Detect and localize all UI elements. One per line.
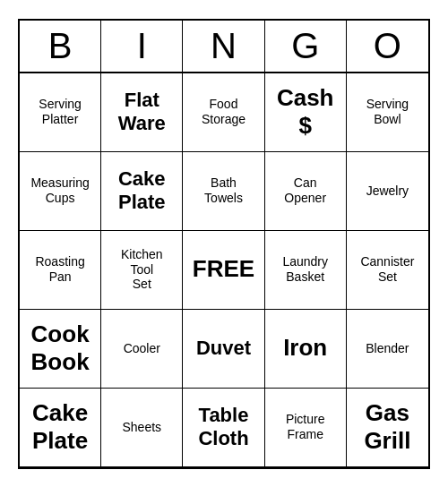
bingo-cell: Blender [347,310,428,389]
bingo-cell: CakePlate [20,389,101,467]
bingo-cell: CakePlate [101,152,183,231]
bingo-cell: GasGrill [347,389,428,467]
bingo-card: BINGO ServingPlatterFlatWareFoodStorageC… [18,19,430,469]
header-letter: O [347,21,428,72]
bingo-cell: RoastingPan [20,231,101,310]
header-letter: I [101,21,183,72]
bingo-cell: Sheets [101,389,183,467]
bingo-cell: Cash$ [265,73,347,152]
bingo-cell: KitchenToolSet [101,231,183,310]
bingo-cell: Iron [265,310,347,389]
bingo-cell: TableCloth [183,389,264,467]
bingo-cell: CanOpener [265,152,347,231]
bingo-cell: FoodStorage [183,73,264,152]
bingo-cell: ServingPlatter [20,73,101,152]
bingo-cell: CannisterSet [347,231,428,310]
bingo-cell: FlatWare [101,73,183,152]
bingo-cell: FREE [183,231,264,310]
bingo-grid: ServingPlatterFlatWareFoodStorageCash$Se… [20,73,428,467]
bingo-cell: Duvet [183,310,264,389]
bingo-cell: CookBook [20,310,101,389]
header-letter: G [265,21,347,72]
bingo-cell: Jewelry [347,152,428,231]
header-letter: N [183,21,264,72]
bingo-cell: BathTowels [183,152,264,231]
bingo-cell: Cooler [101,310,183,389]
bingo-cell: LaundryBasket [265,231,347,310]
bingo-header: BINGO [20,21,428,73]
header-letter: B [20,21,101,72]
bingo-cell: MeasuringCups [20,152,101,231]
bingo-cell: PictureFrame [265,389,347,467]
bingo-cell: ServingBowl [347,73,428,152]
